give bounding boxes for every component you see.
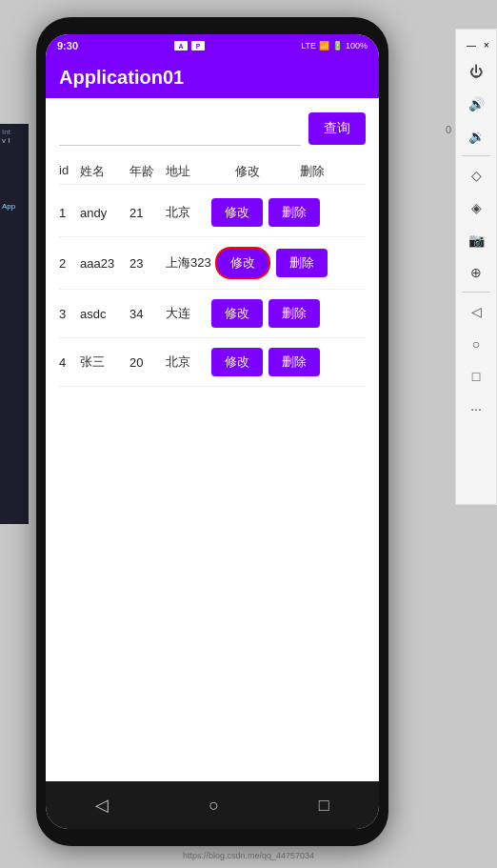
cell-id-2: 2 [59,256,80,271]
signal-icon: 📶 [319,41,329,50]
volume-up-icon[interactable]: 🔊 [459,89,493,119]
app-header: Application01 [46,57,379,98]
cell-name-3: asdc [80,307,129,321]
edit-button-4[interactable]: 修改 [211,348,263,376]
side-number: 0 [446,124,451,135]
camera-icon[interactable]: 📷 [459,225,493,255]
status-time: 9:30 [57,40,78,51]
table-row: 4 张三 20 北京 修改 删除 [59,338,366,387]
cell-id-4: 4 [59,355,80,370]
square-icon[interactable]: □ [459,361,493,392]
app-content: 查询 id 姓名 年龄 地址 修改 删除 1 andy 21 北京 修改 删除 [46,98,379,781]
status-bar: 9:30 A P LTE 📶 🔋 100% [46,34,379,57]
cell-name-2: aaa23 [80,256,129,271]
delete-button-3[interactable]: 删除 [268,299,320,328]
cell-age-2: 23 [129,256,166,271]
pencil-icon[interactable]: ◈ [459,192,493,223]
battery-percent: 100% [346,41,368,50]
search-button[interactable]: 查询 [308,112,366,145]
edit-button-3[interactable]: 修改 [211,299,263,328]
col-header-id: id [59,163,80,180]
cell-age-4: 20 [129,355,166,370]
cell-age-1: 21 [129,206,166,220]
cell-addr-1: 北京 [166,204,211,221]
col-header-del: 删除 [284,163,341,180]
cell-name-1: andy [80,206,129,220]
delete-button-2[interactable]: 删除 [276,249,328,277]
edit-button-2[interactable]: 修改 [215,247,270,279]
right-toolbar: — × ⏻ 🔊 🔉 ◇ ◈ 📷 ⊕ ◁ ○ □ ··· [455,29,497,505]
nav-recent-button[interactable]: □ [319,796,329,816]
cell-addr-4: 北京 [166,353,211,371]
table-row: 3 asdc 34 大连 修改 删除 [59,290,366,338]
power-icon[interactable]: ⏻ [459,56,493,87]
delete-button-4[interactable]: 删除 [268,348,320,376]
more-icon[interactable]: ··· [459,394,493,424]
table-header: id 姓名 年龄 地址 修改 删除 [59,159,366,185]
watermark: https://blog.csdn.me/qq_44757034 [183,851,314,860]
status-mid-icons: A P [174,41,205,50]
table-row: 2 aaa23 23 上海323 修改 删除 [59,237,366,290]
toolbar-divider-2 [462,292,490,293]
col-header-addr: 地址 [166,163,211,180]
volume-down-icon[interactable]: 🔉 [459,121,493,151]
code-editor-panel: Int v I App [0,124,29,524]
search-row: 查询 [59,111,366,146]
col-header-name: 姓名 [80,163,129,180]
phone-screen: 9:30 A P LTE 📶 🔋 100% Application01 查询 [46,34,379,829]
cell-id-3: 3 [59,307,80,321]
phone-frame: 9:30 A P LTE 📶 🔋 100% Application01 查询 [36,17,388,846]
close-btn[interactable]: × [481,39,492,50]
cell-addr-2: 上海323 [166,254,215,272]
edit-button-1[interactable]: 修改 [211,198,263,227]
home-icon[interactable]: ○ [459,329,493,359]
cell-addr-3: 大连 [166,305,211,322]
status-icon-a: A [174,41,188,50]
zoom-in-icon[interactable]: ⊕ [459,257,493,288]
nav-back-button[interactable]: ◁ [95,795,109,816]
cell-name-4: 张三 [80,353,129,371]
back-icon[interactable]: ◁ [459,296,493,327]
cell-id-1: 1 [59,206,80,220]
eraser-icon[interactable]: ◇ [459,160,493,191]
status-right-icons: LTE 📶 🔋 100% [301,41,368,50]
lte-icon: LTE [301,41,316,50]
ai-detected-text: Ai [264,186,279,206]
nav-home-button[interactable]: ○ [209,796,219,816]
toolbar-window-controls: — × [456,35,496,54]
col-header-age: 年龄 [129,163,166,180]
toolbar-divider-1 [462,155,490,156]
status-icon-p: P [191,41,205,50]
table-row: 1 andy 21 北京 修改 删除 [59,189,366,237]
minimize-btn[interactable]: — [466,39,477,50]
cell-age-3: 34 [129,307,166,321]
nav-bar: ◁ ○ □ [46,781,379,829]
battery-icon: 🔋 [332,41,343,50]
search-input[interactable] [59,111,301,146]
col-header-edit: 修改 [211,163,284,180]
app-title: Application01 [59,67,184,88]
